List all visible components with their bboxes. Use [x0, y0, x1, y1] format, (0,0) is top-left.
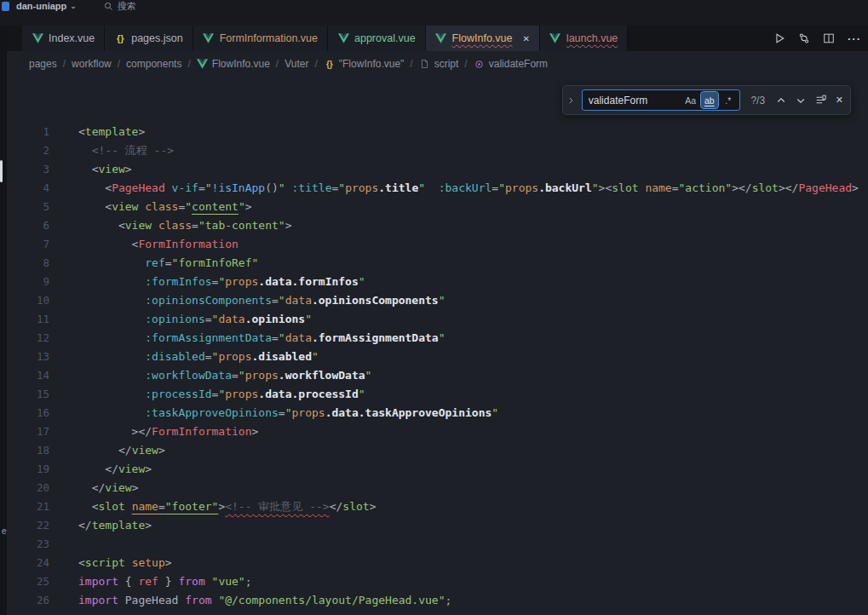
editor-pane[interactable]: Aaab.* ?/3 ✕ 1<template>2 <!-- 流程 -->3 <…: [7, 77, 868, 615]
code-line[interactable]: 4 <PageHead v-if="!isInApp()" :title="pr…: [7, 179, 868, 198]
close-tab-icon[interactable]: ✕: [522, 34, 529, 43]
code-line[interactable]: 9 :formInfos="props.data.formInfos": [7, 273, 868, 291]
line-number[interactable]: 10: [7, 291, 49, 310]
tab-label: FlowInfo.vue: [452, 32, 513, 44]
line-number[interactable]: 21: [7, 497, 49, 516]
activity-rail[interactable]: e: [0, 26, 7, 615]
code-text: import PageHead from "@/components/layou…: [49, 591, 451, 610]
code-line[interactable]: 1<template>: [7, 123, 868, 141]
rail-active-indicator: [0, 160, 3, 182]
line-number[interactable]: 16: [7, 404, 49, 422]
breadcrumb-item[interactable]: FlowInfo.vue: [197, 58, 270, 70]
tab-index-vue[interactable]: Index.vue: [22, 26, 105, 51]
line-number[interactable]: 22: [7, 516, 49, 535]
code-line[interactable]: 14 :workflowData="props.workflowData": [7, 366, 868, 385]
code-line[interactable]: 15 :processId="props.data.processId": [7, 385, 868, 404]
breadcrumb: pages/workflow/components/FlowInfo.vue/V…: [7, 51, 868, 77]
find-in-selection-icon: [815, 95, 826, 106]
code-line[interactable]: 20 </view>: [7, 479, 868, 497]
line-number[interactable]: 12: [7, 329, 49, 348]
find-in-selection-button[interactable]: [815, 95, 826, 106]
code-line[interactable]: 19 </view>: [7, 460, 868, 479]
global-search-button[interactable]: 搜索: [104, 0, 136, 13]
code-lines[interactable]: 1<template>2 <!-- 流程 -->3 <view>4 <PageH…: [7, 123, 868, 610]
more-actions-icon[interactable]: ···: [848, 32, 861, 45]
breadcrumb-separator: /: [118, 58, 120, 70]
run-icon[interactable]: [773, 32, 785, 44]
code-line[interactable]: 21 <slot name="footer"><!-- 审批意见 --></sl…: [7, 497, 868, 516]
line-number[interactable]: 2: [7, 141, 49, 160]
previous-match-button[interactable]: [776, 95, 786, 106]
code-line[interactable]: 22</template>: [7, 516, 868, 535]
line-number[interactable]: 4: [7, 179, 49, 198]
line-number[interactable]: 23: [7, 535, 49, 554]
line-number[interactable]: 14: [7, 366, 49, 385]
chevron-down-icon: ⌄: [70, 2, 77, 10]
line-number[interactable]: 1: [7, 123, 49, 141]
code-line[interactable]: 2 <!-- 流程 -->: [7, 141, 868, 160]
code-line[interactable]: 13 :disabled="props.disabled": [7, 348, 868, 366]
code-line[interactable]: 7 <FormInformation: [7, 235, 868, 254]
code-line[interactable]: 23: [7, 535, 868, 554]
breadcrumb-item[interactable]: validateForm: [474, 58, 548, 70]
code-line[interactable]: 3 <view>: [7, 160, 868, 179]
line-number[interactable]: 5: [7, 198, 49, 216]
code-line[interactable]: 8 ref="formInfoRef": [7, 254, 868, 273]
next-match-button[interactable]: [796, 95, 806, 106]
line-number[interactable]: 25: [7, 572, 49, 591]
compare-changes-icon[interactable]: [798, 32, 810, 44]
breadcrumb-item[interactable]: pages: [29, 58, 57, 70]
line-number[interactable]: 19: [7, 460, 49, 479]
global-search-label: 搜索: [118, 0, 136, 13]
breadcrumb-label: workflow: [72, 58, 112, 70]
code-line[interactable]: 18 </view>: [7, 441, 868, 460]
line-number[interactable]: 3: [7, 160, 49, 179]
code-line[interactable]: 16 :taskApproveOpinions="props.data.task…: [7, 404, 868, 422]
line-number[interactable]: 15: [7, 385, 49, 404]
code-line[interactable]: 11 :opinions="data.opinions": [7, 310, 868, 329]
regex-toggle[interactable]: .*: [720, 92, 737, 108]
tab-approval-vue[interactable]: approval.vue: [328, 26, 426, 51]
tab-pages-json[interactable]: {}pages.json: [105, 26, 193, 51]
split-editor-icon[interactable]: [823, 32, 835, 44]
line-number[interactable]: 9: [7, 273, 49, 291]
code-line[interactable]: 5 <view class="content">: [7, 198, 868, 216]
line-number[interactable]: 8: [7, 254, 49, 273]
line-number[interactable]: 13: [7, 348, 49, 366]
code-line[interactable]: 25import { ref } from "vue";: [7, 572, 868, 591]
line-number[interactable]: 11: [7, 310, 49, 329]
method-icon: [474, 60, 486, 69]
code-line[interactable]: 12 :formAssignmentData="data.formAssignm…: [7, 329, 868, 348]
project-menu-button[interactable]: dan-uniapp ⌄: [16, 1, 77, 11]
breadcrumb-item[interactable]: workflow: [72, 58, 112, 70]
tab-flowinfo-vue[interactable]: FlowInfo.vue✕: [426, 26, 540, 51]
toggle-replace-button[interactable]: [566, 96, 575, 105]
find-widget: Aaab.* ?/3 ✕: [562, 85, 851, 115]
line-number[interactable]: 26: [7, 591, 49, 610]
code-line[interactable]: 26import PageHead from "@/components/lay…: [7, 591, 868, 610]
match-case-toggle[interactable]: Aa: [682, 92, 699, 108]
tab-launch-vue[interactable]: launch.vue: [540, 26, 628, 51]
line-number[interactable]: 17: [7, 422, 49, 441]
find-input[interactable]: [589, 95, 681, 106]
line-number[interactable]: 20: [7, 479, 49, 497]
line-number[interactable]: 7: [7, 235, 49, 254]
line-number[interactable]: 24: [7, 554, 49, 572]
chevron-right-icon: [566, 96, 575, 105]
breadcrumb-item[interactable]: {}"FlowInfo.vue": [324, 58, 405, 70]
breadcrumb-item[interactable]: components: [126, 58, 181, 70]
code-line[interactable]: 10 :opinionsComponents="data.opinionsCom…: [7, 291, 868, 310]
code-line[interactable]: 24<script setup>: [7, 554, 868, 572]
tab-strip: Index.vue{}pages.jsonFormInformation.vue…: [22, 26, 628, 51]
breadcrumb-item[interactable]: script: [419, 58, 459, 70]
module-icon: [419, 59, 431, 69]
tab-forminformation-vue[interactable]: FormInformation.vue: [193, 26, 328, 51]
breadcrumb-item[interactable]: Vuter: [285, 58, 308, 70]
line-number[interactable]: 6: [7, 216, 49, 235]
code-line[interactable]: 6 <view class="tab-content">: [7, 216, 868, 235]
whole-word-toggle[interactable]: ab: [701, 92, 718, 108]
close-find-button[interactable]: ✕: [836, 95, 843, 106]
code-line[interactable]: 17 ></FormInformation>: [7, 422, 868, 441]
code-text: ref="formInfoRef": [49, 254, 258, 273]
line-number[interactable]: 18: [7, 441, 49, 460]
